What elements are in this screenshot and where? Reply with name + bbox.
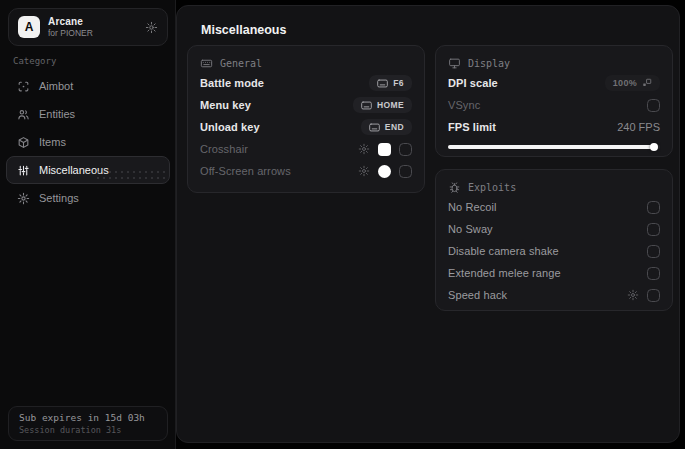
setting-row-disable-camera-shake: Disable camera shake [448,240,660,262]
scale-icon [642,78,652,88]
keybind-button[interactable]: HOME [353,97,412,113]
setting-label: Crosshair [200,143,248,155]
dpi-scale-select[interactable]: 100% [605,75,660,91]
offscreen-arrows-color-swatch[interactable] [378,165,391,178]
brand-logo: A [18,16,40,38]
sidebar-item-entities[interactable]: Entities [6,100,170,128]
setting-row-vsync: VSync [448,94,660,116]
monitor-icon [448,57,461,70]
sidebar-item-miscellaneous[interactable]: Miscellaneous [6,156,170,184]
vsync-checkbox[interactable] [647,99,660,112]
sidebar-item-label: Entities [39,108,75,120]
setting-label: DPI scale [448,77,498,89]
keyboard-icon [377,79,388,88]
crosshair-checkbox[interactable] [399,143,412,156]
extended-melee-range-checkbox[interactable] [647,267,660,280]
setting-label: Speed hack [448,289,507,301]
setting-label: VSync [448,99,480,111]
entities-icon [17,108,30,121]
setting-row-speed-hack: Speed hack [448,284,660,306]
setting-label: Unload key [200,121,260,133]
exploits-panel: Exploits No Recoil No Sway Disable camer… [435,169,673,311]
no-sway-checkbox[interactable] [647,223,660,236]
keyboard-icon [200,57,213,70]
brand-settings-icon[interactable] [145,21,158,34]
session-duration-text: Session duration 31s [19,425,157,435]
setting-label: FPS limit [448,121,496,133]
category-label: Category [13,56,56,66]
no-recoil-checkbox[interactable] [647,201,660,214]
sidebar-item-aimbot[interactable]: Aimbot [6,72,170,100]
setting-row-unload-key: Unload key END [200,116,412,138]
setting-row-offscreen-arrows: Off-Screen arrows [200,160,412,182]
setting-label: Off-Screen arrows [200,165,291,177]
main-content: Miscellaneous General Battle mode [176,5,680,443]
sliders-icon [17,164,30,177]
setting-row-battle-mode: Battle mode F6 [200,72,412,94]
dpi-scale-value: 100% [613,78,637,88]
crosshair-color-swatch[interactable] [378,143,391,156]
fps-slider-handle[interactable] [650,143,658,151]
sidebar-item-label: Settings [39,192,79,204]
keybind-value: HOME [377,100,404,110]
general-panel-header: General [200,54,412,72]
sidebar-item-label: Items [39,136,66,148]
setting-row-dpi-scale: DPI scale 100% [448,72,660,94]
sub-expiry-text: Sub expires in 15d 03h [19,412,157,423]
display-panel-title: Display [468,58,510,69]
subscription-info-card: Sub expires in 15d 03h Session duration … [8,406,168,441]
sidebar-item-items[interactable]: Items [6,128,170,156]
fps-limit-slider[interactable] [448,145,660,149]
app-window: A Arcane for PIONER Category [0,0,685,449]
setting-row-extended-melee-range: Extended melee range [448,262,660,284]
speed-hack-settings-gear-icon[interactable] [627,289,639,301]
keyboard-icon [369,123,380,132]
gear-icon [17,192,30,205]
aimbot-crosshair-icon [17,80,30,93]
sidebar-item-label: Aimbot [39,80,73,92]
brand-name: Arcane [48,16,93,27]
setting-label: No Recoil [448,201,497,213]
display-panel: Display DPI scale 100% VSync [435,45,673,157]
fps-slider-fill [448,145,654,149]
display-panel-header: Display [448,54,660,72]
setting-label: No Sway [448,223,493,235]
sidebar: A Arcane for PIONER Category [0,0,176,449]
offscreen-arrows-checkbox[interactable] [399,165,412,178]
setting-label: Disable camera shake [448,245,559,257]
sidebar-nav: Aimbot Entities [6,72,170,212]
brand-subtitle: for PIONER [48,28,93,38]
keybind-value: END [385,122,404,132]
disable-camera-shake-checkbox[interactable] [647,245,660,258]
setting-row-crosshair: Crosshair [200,138,412,160]
setting-label: Battle mode [200,77,264,89]
keyboard-icon [361,101,372,110]
setting-label: Extended melee range [448,267,561,279]
keybind-value: F6 [393,78,404,88]
fps-limit-value: 240 FPS [617,121,660,133]
items-box-icon [17,136,30,149]
setting-row-fps-limit: FPS limit 240 FPS [448,116,660,138]
setting-row-menu-key: Menu key HOME [200,94,412,116]
sidebar-item-label: Miscellaneous [39,164,109,176]
exploits-panel-title: Exploits [468,182,516,193]
keybind-button[interactable]: END [361,119,412,135]
brand-text: Arcane for PIONER [48,16,93,38]
setting-row-no-recoil: No Recoil [448,196,660,218]
setting-label: Menu key [200,99,251,111]
crosshair-settings-gear-icon[interactable] [358,143,370,155]
general-panel-title: General [220,58,262,69]
page-title: Miscellaneous [201,23,286,37]
keybind-button[interactable]: F6 [369,75,412,91]
general-panel: General Battle mode F6 Menu key [187,45,425,193]
sidebar-item-settings[interactable]: Settings [6,184,170,212]
setting-row-no-sway: No Sway [448,218,660,240]
bug-icon [448,181,461,194]
brand-card: A Arcane for PIONER [8,8,168,46]
exploits-panel-header: Exploits [448,178,660,196]
offscreen-arrows-settings-gear-icon[interactable] [358,165,370,177]
speed-hack-checkbox[interactable] [647,289,660,302]
